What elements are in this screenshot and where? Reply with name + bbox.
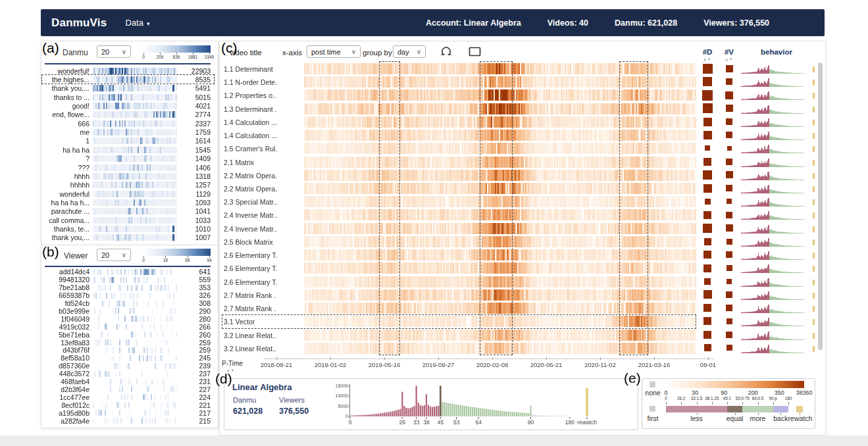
danmu-row[interactable]: wonderful1129 (42, 189, 211, 198)
viewer-row[interactable]: b03e999e290 (42, 307, 211, 315)
danmu-selection-box[interactable] (41, 74, 215, 84)
danmu-count: 22903 (177, 67, 211, 75)
video-title[interactable]: 1.1 N-order Dete. (224, 78, 303, 86)
data-menu-button[interactable]: Data ▾ (125, 18, 149, 28)
video-title[interactable]: 2.4 Inverse Matr.. (224, 211, 303, 219)
viewer-count: 326 (177, 291, 211, 299)
video-title[interactable]: 2.6 Elementary T. (224, 278, 303, 286)
viewer-row[interactable]: 99481320559 (42, 276, 211, 284)
danmu-row[interactable]: thanks to ...5015 (42, 93, 211, 101)
video-title[interactable]: 3.2 Linear Relat.. (224, 332, 303, 339)
video-title[interactable]: 2.2 Matrix Opera. (224, 185, 303, 193)
viewer-row[interactable]: d43bf76f259 (42, 347, 211, 355)
viewer-row[interactable]: d857360e239 (42, 362, 211, 370)
danmu-count-square (705, 199, 711, 205)
danmu-count-square (703, 118, 712, 126)
time-axis-tick-label: 2019-01-02 (307, 361, 354, 368)
viewer-row[interactable]: fd524cb308 (42, 299, 211, 307)
danmu-row[interactable]: ha ha ha1545 (42, 145, 211, 154)
video-title[interactable]: 3.2 Linear Relat.. (224, 345, 303, 353)
xaxis-select[interactable]: post time ∨ (307, 45, 361, 58)
danmu-row[interactable]: thanks, te...1010 (42, 224, 211, 233)
video-title[interactable]: 2.6 Elementary T. (224, 264, 303, 272)
time-brush-box-1[interactable] (379, 61, 400, 355)
viewer-legend-tick: 18 (157, 258, 174, 263)
video-title[interactable]: 2.1 Matrix (224, 159, 303, 166)
danmu-row[interactable]: end, flowe...2774 (42, 111, 211, 119)
danmu-count: 1409 (177, 155, 211, 162)
viewer-row[interactable]: 13ef8a83259 (42, 339, 211, 347)
danmu-row[interactable]: good!4021 (42, 101, 211, 110)
video-title[interactable]: 1.4 Calculation ... (224, 118, 303, 126)
danmu-strip-chart (93, 234, 177, 241)
video-title[interactable]: 1.4 Calculation ... (224, 132, 303, 139)
danmu-row[interactable]: parachute ...1041 (42, 207, 211, 216)
danmu-row[interactable]: me1759 (42, 128, 211, 136)
chevron-down-icon: ∨ (351, 48, 356, 55)
groupby-select[interactable]: day ∨ (393, 45, 426, 58)
viewer-row[interactable]: 8ef58a10245 (42, 354, 211, 362)
time-brush-box-3[interactable] (619, 61, 648, 355)
viewer-count-column-header[interactable]: #V (721, 48, 737, 56)
viewer-row[interactable]: 5be71eba260 (42, 331, 211, 339)
danmu-count: 1041 (177, 207, 211, 215)
video-title[interactable]: 1.2 Properties o.. (224, 91, 303, 99)
viewer-row[interactable]: 448c3572237 (42, 370, 211, 378)
danmu-row[interactable]: ha ha ha h...1093 (42, 198, 211, 207)
danmu-row[interactable]: 11614 (42, 137, 211, 145)
viewer-count: 290 (177, 307, 211, 315)
scrollbar[interactable] (818, 62, 823, 350)
video-title[interactable]: 2.7 Matrix Rank . (224, 305, 303, 312)
video-title[interactable]: 2.3 Special Matr.. (224, 198, 303, 206)
account-title: Linear Algebra (232, 382, 292, 392)
video-title[interactable]: 2.6 Elementary T. (224, 251, 303, 259)
danmu-row[interactable]: thank you,...1007 (42, 234, 211, 242)
viewer-count: 308 (177, 299, 211, 307)
viewer-row[interactable]: 1cc477ee224 (42, 393, 211, 401)
danmu-text: ha ha ha h... (42, 199, 93, 207)
app-title: DanmuVis (51, 16, 107, 30)
viewer-row[interactable]: a195d80b217 (42, 409, 211, 417)
danmu-row[interactable]: ???1406 (42, 163, 211, 172)
danmu-strip-chart (93, 94, 177, 101)
rewatch-tick (813, 186, 815, 192)
video-title[interactable]: 2.5 Block Matrix (224, 238, 303, 246)
viewer-row[interactable]: d2b3f64e227 (42, 385, 211, 393)
video-row-selection-box[interactable] (222, 314, 696, 330)
video-title[interactable]: 2.7 Matrix Rank . (224, 291, 303, 299)
viewer-row[interactable]: 468faeb4231 (42, 378, 211, 385)
danmu-row[interactable]: wonderful!22903 (42, 66, 211, 75)
viewer-row[interactable]: 4919c032266 (42, 323, 211, 331)
viewer-row[interactable]: 7be21ab8353 (42, 284, 211, 291)
viewer-row[interactable]: 8ecf012c221 (42, 401, 211, 409)
danmu-row[interactable]: 6662337 (42, 119, 211, 128)
video-title[interactable]: 2.4 Inverse Matr.. (224, 225, 303, 233)
danmu-count-column-header[interactable]: #D (700, 48, 715, 56)
viewer-row[interactable]: 6659387b326 (42, 291, 211, 299)
danmu-count: 1007 (177, 234, 211, 241)
sort-icons[interactable]: ▲▼ (721, 57, 737, 61)
viewer-id: b03e999e (42, 307, 93, 315)
viewer-count-select[interactable]: 20 ∨ (97, 249, 131, 261)
viewer-count: 245 (177, 354, 211, 362)
danmu-row[interactable]: call comma...1033 (42, 216, 211, 224)
video-title[interactable]: 1.5 Cramer's Rul. (224, 145, 303, 153)
viewer-row[interactable]: add14dc4641 (42, 268, 211, 276)
danmu-row[interactable]: thank you,...5491 (42, 84, 211, 93)
behavior-segment-label: back (766, 414, 795, 422)
video-title[interactable]: 1.3 Determinant . (224, 105, 303, 113)
danmu-row[interactable]: hhhh1318 (42, 172, 211, 180)
danmu-row[interactable]: hhhhh1257 (42, 181, 211, 189)
viewer-row[interactable]: 1f046049280 (42, 315, 211, 323)
video-title[interactable]: 1.1 Determinant (224, 65, 303, 73)
viewer-row[interactable]: a282fa4e215 (42, 417, 211, 425)
danmu-count-select[interactable]: 20 ∨ (97, 45, 131, 58)
time-brush-box-2[interactable] (480, 61, 513, 355)
danmu-text: thank you,... (42, 234, 93, 241)
danmu-row[interactable]: ?1409 (42, 155, 211, 163)
sort-icons[interactable]: ▲▼ (700, 57, 715, 61)
rotate-lasso-icon[interactable] (438, 45, 454, 61)
rect-select-icon[interactable] (469, 47, 482, 60)
video-title[interactable]: 2.2 Matrix Opera. (224, 172, 303, 180)
viewer-id: 7be21ab8 (42, 284, 93, 291)
